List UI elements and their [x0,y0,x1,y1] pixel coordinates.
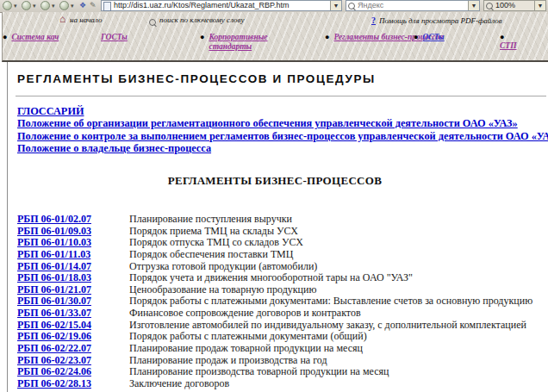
search-icon [348,3,355,9]
table-row: РБП 06-02/28.13 Заключение договоров [17,378,545,390]
table-row: РБП 06-02/22.07 Планирование продаж това… [17,343,545,355]
page-title: РЕГЛАМЕНТЫ БИЗНЕС-ПРОЦЕССОВ И ПРОЦЕДУРЫ [17,72,376,85]
table-row: РБП 06-01/14.07 Отгрузка готовой продукц… [17,261,545,273]
document-link[interactable]: ГЛОССАРИЙ [17,105,545,117]
regulation-code-link[interactable]: РБП 06-01/02.07 [17,214,129,226]
main-content: РЕГЛАМЕНТЫ БИЗНЕС-ПРОЦЕССОВ И ПРОЦЕДУРЫ … [2,62,548,392]
forward-button[interactable] [22,1,31,10]
regulation-code-link[interactable]: РБП 06-02/23.07 [17,355,129,367]
zoom-level-text[interactable]: 100% [495,1,515,9]
regulation-code-link[interactable]: РБП 06-02/22.07 [17,343,129,355]
regulation-title: Ценообразование на товарную продукцию [129,284,316,296]
nav-item: ●СТП [500,33,548,51]
pdf-help-label: Помощь для просмотра PDF-файлов [379,16,502,25]
table-row: РБП 06-01/30.07 Порядок работы с платежн… [17,296,545,308]
regulation-code-link[interactable]: РБП 06-01/09.03 [17,226,129,238]
nav-link[interactable]: Корпоративные стандарты [209,33,267,51]
address-bar[interactable]: http://dis1.uaz.ru/Ktos/Reglament/Ukazat… [101,0,342,11]
back-dropdown-icon[interactable]: ▾ [14,2,17,10]
table-row: РБП 06-01/21.07 Ценообразование на товар… [17,284,545,296]
reload-dropdown-icon[interactable]: ▾ [52,2,55,10]
regulation-code-link[interactable]: РБП 06-02/28.13 [17,378,129,390]
regulation-code-link[interactable]: РБП 06-01/33.07 [17,308,129,320]
regulation-title: Планирование продаж и производства на го… [129,355,327,367]
nav-link[interactable]: ОСТы [422,33,444,42]
table-row: РБП 06-01/02.07 Планирование поступления… [17,214,545,226]
keyword-search-link[interactable]: поиск по ключевому слову [159,16,244,24]
nav-item: ●Система кач [3,33,59,42]
regulation-code-link[interactable]: РБП 06-01/30.07 [17,296,129,308]
table-row: РБП 06-01/10.03 Порядок отпуска ТМЦ со с… [17,237,545,249]
browser-toolbar: ▾ ▾ ▾ ▾ ❖ ✎ http://dis1.uaz.ru/Ktos/Regl… [0,0,548,13]
table-row: РБП 06-01/09.03 Порядок приема ТМЦ на ск… [17,226,545,238]
regulation-title: Планирование поступления выручки [129,214,292,226]
regulation-title: Порядок обеспечения поставки ТМЦ [129,249,293,261]
table-row: РБП 06-02/15.04 Изготовление автомобилей… [17,320,545,332]
nav-link[interactable]: Система кач [11,33,59,42]
document-link[interactable]: Положение об организации регламентационн… [17,117,545,129]
forward-dropdown-icon[interactable]: ▾ [33,2,36,10]
home-dropdown-icon[interactable]: ▾ [71,2,74,10]
page-icon [103,2,111,11]
table-row: РБП 06-02/23.07 Планирование продаж и пр… [17,355,545,367]
regulation-code-link[interactable]: РБП 06-01/21.07 [17,284,129,296]
regulation-title: Порядок приема ТМЦ на склады УСХ [129,226,298,238]
regulation-title: Порядок учета и движения многооборотной … [129,272,413,284]
regulation-code-link[interactable]: РБП 06-02/15.04 [17,320,129,332]
regulation-title: Порядок работы с платежными документами:… [129,296,532,308]
edit-pencil-icon[interactable]: ✎ [90,1,97,10]
regulation-title: Порядок отпуска ТМЦ со складов УСХ [129,237,303,249]
reload-button[interactable] [40,1,50,10]
table-row: РБП 06-01/18.03 Порядок учета и движения… [17,272,545,284]
standards-nav: ГОСТы ●Корпоративные стандарты ●Регламен… [3,33,548,60]
zoom-control[interactable]: 100% ▼ [483,0,546,11]
regulation-title: Планирование продаж товарной продукции н… [129,343,363,355]
search-engine-label[interactable]: Яндекс [358,1,383,9]
regulations-table: РБП 06-01/02.07 Планирование поступления… [17,214,545,390]
frame-border [7,62,8,392]
bullet-icon: ● [325,33,329,41]
bookmark-icon[interactable]: ❖ [79,1,86,10]
bullet-icon: ● [414,33,418,41]
regulation-code-link[interactable]: РБП 06-02/24.06 [17,366,129,378]
table-row: РБП 06-02/24.06 Планирование производств… [17,366,545,378]
document-link[interactable]: Положение о владельце бизнес-процесса [17,142,545,154]
home-icon[interactable]: ⌂ [59,15,67,24]
table-row: РБП 06-01/33.07 Финансовое сопровождение… [17,308,545,320]
document-link[interactable]: Положение о контроле за выполнением регл… [17,130,545,142]
regulation-title: Порядок работы с платежными документами … [129,331,367,343]
nav-item: ●Корпоративные стандарты [200,33,267,51]
regulation-code-link[interactable]: РБП 06-01/14.07 [17,261,129,273]
pdf-help: ?Помощь для просмотра PDF-файлов [371,16,502,25]
nav-link[interactable]: ГОСТы [101,33,163,42]
regulation-code-link[interactable]: РБП 06-02/19.06 [17,331,129,343]
address-dropdown-button[interactable]: ▼ [330,1,341,10]
home-browser-button[interactable] [59,1,69,10]
zoom-dropdown-button[interactable]: ▼ [534,1,545,10]
nav-item: ГОСТы [97,33,163,42]
section-heading: РЕГЛАМЕНТЫ БИЗНЕС-ПРОЦЕССОВ [2,174,548,188]
regulation-title: Планирование производства товарной проду… [129,366,389,378]
zoom-icon [486,3,493,9]
table-row: РБП 06-02/19.06 Порядок работы с платежн… [17,331,545,343]
regulation-code-link[interactable]: РБП 06-01/11.03 [17,249,129,261]
bullet-icon: ● [200,33,204,41]
home-link[interactable]: на начало [70,16,102,24]
top-links-list: ГЛОССАРИЙ Положение об организации регла… [17,105,545,154]
regulation-title: Изготовление автомобилей по индивидуальн… [129,320,526,332]
regulation-code-link[interactable]: РБП 06-01/18.03 [17,272,129,284]
search-dropdown-button[interactable]: ▼ [468,1,479,10]
nav-item: ●ОСТы [414,33,445,42]
nav-link[interactable]: СТП [500,41,548,51]
regulation-code-link[interactable]: РБП 06-01/10.03 [17,237,129,249]
pdf-help-link[interactable]: ? [371,16,376,25]
horizontal-rule [16,96,546,99]
regulation-title: Заключение договоров [129,378,229,390]
bullet-icon: ● [3,33,7,41]
regulation-title: Отгрузка готовой продукции (автомобили) [129,261,317,273]
back-button[interactable] [3,1,12,10]
keyword-search-icon[interactable] [149,19,156,26]
regulation-title: Финансовое сопровождение договоров и кон… [129,308,361,320]
search-box[interactable]: Яндекс ▼ [346,0,480,11]
address-url-text[interactable]: http://dis1.uaz.ru/Ktos/Reglament/Ukazat… [114,1,289,9]
